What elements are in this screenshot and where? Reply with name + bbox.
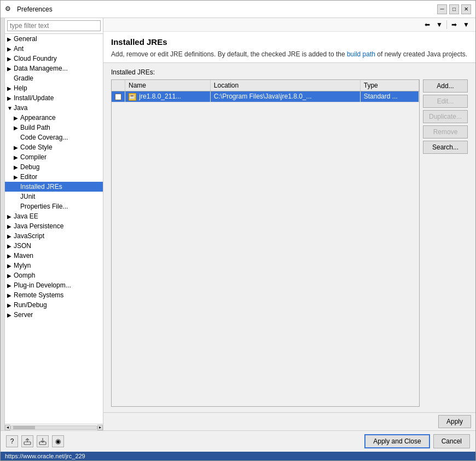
- expand-arrow: ▶: [14, 125, 20, 131]
- sidebar-item-install-update[interactable]: ▶ Install/Update: [5, 93, 103, 103]
- duplicate-button[interactable]: Duplicate...: [423, 110, 468, 123]
- sidebar-item-java-persistence[interactable]: ▶ Java Persistence: [5, 221, 103, 231]
- row-type-cell: Standard ...: [360, 91, 419, 102]
- jre-checkbox[interactable]: [115, 94, 121, 100]
- row-name-cell: ☕ jre1.8.0_211...: [125, 91, 211, 102]
- row-check-cell[interactable]: [112, 91, 125, 102]
- sidebar-item-cloud-foundry[interactable]: ▶ Cloud Foundry: [5, 54, 103, 64]
- sidebar-item-code-style[interactable]: ▶ Code Style: [5, 142, 103, 152]
- toolbar-dropdown-btn[interactable]: ▼: [434, 19, 445, 30]
- maximize-button[interactable]: □: [449, 4, 459, 14]
- sidebar-item-properties-file[interactable]: ▶ Properties File...: [5, 201, 103, 211]
- section-label: Installed JREs:: [111, 68, 468, 76]
- right-panel: ⬅ ▼ ➡ ▼ Installed JREs Add, remove or ed…: [103, 18, 475, 430]
- sidebar-item-help[interactable]: ▶ Help: [5, 83, 103, 93]
- export-icon[interactable]: [21, 435, 33, 447]
- sidebar-item-remote-systems[interactable]: ▶ Remote Systems: [5, 290, 103, 300]
- jre-icon: ☕: [129, 93, 136, 101]
- expand-arrow: ▶: [7, 243, 14, 249]
- help-icon[interactable]: ?: [6, 435, 18, 447]
- apply-close-button[interactable]: Apply and Close: [364, 434, 429, 448]
- footer: ? ◉ Apply and Close Cancel: [1, 430, 475, 452]
- sidebar-filter-input[interactable]: [7, 20, 101, 31]
- sidebar-item-ant[interactable]: ▶ Ant: [5, 44, 103, 54]
- sidebar-item-run-debug[interactable]: ▶ Run/Debug: [5, 300, 103, 310]
- expand-arrow: ▶: [14, 164, 20, 170]
- main-content: ▶ General ▶ Ant ▶ Cloud Foundry ▶ Data M…: [1, 18, 475, 430]
- sidebar-item-debug[interactable]: ▶ Debug: [5, 162, 103, 172]
- col-check: [112, 80, 125, 91]
- remove-button[interactable]: Remove: [423, 125, 468, 139]
- dropdown-icon: ▼: [436, 21, 443, 28]
- panel-title: Installed JREs: [111, 37, 468, 47]
- sidebar-item-plugin-develop[interactable]: ▶ Plug-in Developm...: [5, 280, 103, 290]
- forward-toolbar-btn[interactable]: ➡: [449, 19, 460, 30]
- status-text: https://www.oracle.net/jrc_229: [5, 453, 85, 459]
- sidebar-item-mylyn[interactable]: ▶ Mylyn: [5, 261, 103, 270]
- status-bar: https://www.oracle.net/jrc_229: [1, 452, 475, 460]
- sidebar-item-maven[interactable]: ▶ Maven: [5, 251, 103, 261]
- sidebar-filter-container: [5, 18, 103, 34]
- sidebar-item-json[interactable]: ▶ JSON: [5, 241, 103, 251]
- table-row[interactable]: ☕ jre1.8.0_211... C:\Program Files\Java\…: [112, 91, 419, 102]
- expand-arrow: ▶: [7, 223, 14, 229]
- title-bar: ⚙ Preferences ─ □ ✕: [1, 1, 475, 18]
- sidebar-item-compiler[interactable]: ▶ Compiler: [5, 152, 103, 162]
- sidebar-item-data-management[interactable]: ▶ Data Manageme...: [5, 64, 103, 73]
- sidebar-item-javascript[interactable]: ▶ JavaScript: [5, 231, 103, 241]
- import-icon[interactable]: [37, 435, 49, 447]
- sidebar-item-build-path[interactable]: ▶ Build Path: [5, 123, 103, 132]
- sidebar-item-gradle[interactable]: ▶ Gradle: [5, 73, 103, 83]
- hscroll-right-btn[interactable]: ▸: [97, 425, 103, 430]
- expand-arrow: ▶: [7, 85, 14, 91]
- add-button[interactable]: Add...: [423, 79, 468, 93]
- panel-header: Installed JREs Add, remove or edit JRE d…: [103, 32, 475, 63]
- jre-table-container: Name Location Type: [111, 79, 420, 407]
- expand-arrow: ▶: [7, 273, 14, 279]
- sidebar-item-java-ee[interactable]: ▶ Java EE: [5, 211, 103, 221]
- sidebar-item-installed-jres[interactable]: ▶ Installed JREs: [5, 182, 103, 192]
- jre-name: jre1.8.0_211...: [139, 93, 181, 100]
- hscroll-left-btn[interactable]: ◂: [5, 425, 10, 430]
- edit-button[interactable]: Edit...: [423, 95, 468, 108]
- expand-arrow: ▶: [14, 154, 20, 160]
- jre-table: Name Location Type: [112, 80, 419, 102]
- col-type[interactable]: Type: [360, 80, 419, 91]
- apply-button[interactable]: Apply: [438, 415, 471, 428]
- sidebar-item-code-coverage[interactable]: ▶ Code Coverag...: [5, 132, 103, 142]
- import-svg: [39, 437, 47, 445]
- settings-icon[interactable]: ◉: [52, 435, 64, 447]
- hscroll-thumb[interactable]: [13, 426, 35, 429]
- expand-arrow: ▶: [7, 302, 14, 308]
- panel-description: Add, remove or edit JRE definitions. By …: [111, 50, 468, 59]
- toolbar-separator: [446, 20, 447, 29]
- minimize-button[interactable]: ─: [437, 4, 447, 14]
- sidebar-hscroll-bar: ◂ ▸: [5, 424, 103, 430]
- app-icon: ⚙: [5, 5, 14, 14]
- panel-desc-text1: Add, remove or edit JRE definitions. By …: [111, 50, 345, 58]
- sidebar: ▶ General ▶ Ant ▶ Cloud Foundry ▶ Data M…: [5, 18, 103, 430]
- expand-arrow: ▼: [7, 105, 14, 111]
- col-location[interactable]: Location: [210, 80, 360, 91]
- sidebar-item-junit[interactable]: ▶ JUnit: [5, 192, 103, 201]
- search-button[interactable]: Search...: [423, 141, 468, 154]
- col-name[interactable]: Name: [125, 80, 211, 91]
- panel-toolbar: ⬅ ▼ ➡ ▼: [103, 18, 475, 32]
- footer-right: Apply and Close Cancel: [364, 434, 470, 448]
- close-button[interactable]: ✕: [461, 4, 471, 14]
- cancel-button[interactable]: Cancel: [433, 434, 470, 448]
- sidebar-item-java[interactable]: ▼ Java: [5, 103, 103, 113]
- expand-arrow: ▶: [7, 56, 14, 62]
- sidebar-item-appearance[interactable]: ▶ Appearance: [5, 113, 103, 123]
- forward-dropdown-btn[interactable]: ▼: [461, 19, 472, 30]
- sidebar-item-oomph[interactable]: ▶ Oomph: [5, 270, 103, 280]
- back-toolbar-btn[interactable]: ⬅: [422, 19, 433, 30]
- sidebar-item-general[interactable]: ▶ General: [5, 34, 103, 44]
- build-path-link[interactable]: build path: [347, 50, 375, 58]
- sidebar-item-server[interactable]: ▶ Server: [5, 310, 103, 320]
- expand-arrow: ▶: [7, 263, 14, 269]
- expand-arrow: ▶: [7, 253, 14, 259]
- expand-arrow: ▶: [7, 95, 14, 101]
- sidebar-item-editor[interactable]: ▶ Editor: [5, 172, 103, 182]
- forward-dropdown-icon: ▼: [463, 21, 469, 28]
